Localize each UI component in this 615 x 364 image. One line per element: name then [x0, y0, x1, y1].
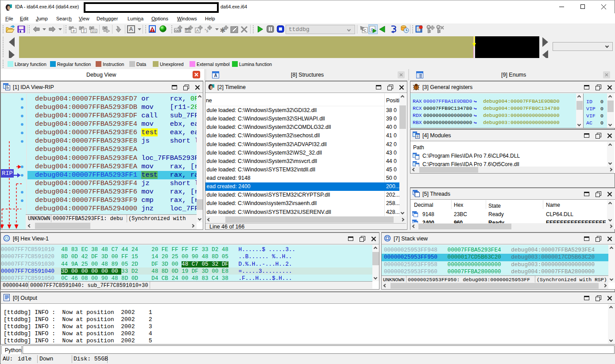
svg-text:101: 101	[91, 30, 97, 33]
svg-text:A: A	[196, 28, 199, 33]
svg-text:c: c	[364, 28, 366, 33]
svg-text:T: T	[82, 28, 85, 33]
svg-text:A: A	[214, 73, 217, 78]
svg-text:#: #	[73, 29, 75, 33]
